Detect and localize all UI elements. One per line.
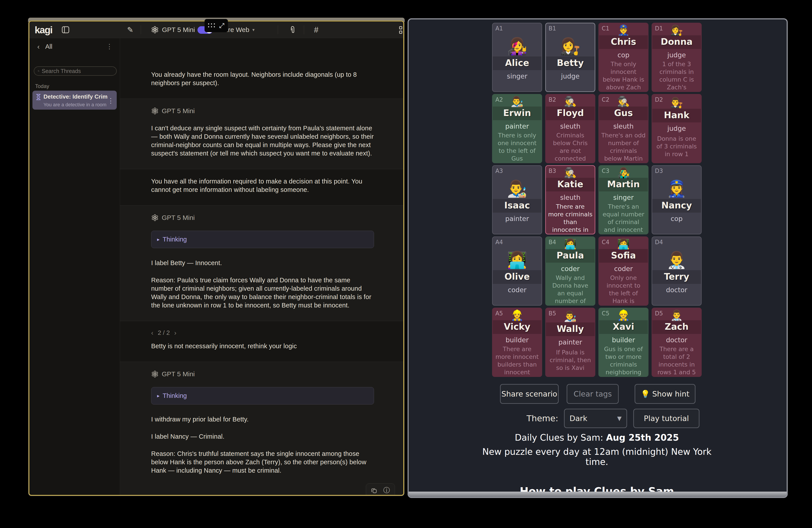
suspect-profession: coder bbox=[561, 265, 580, 273]
openai-logo-icon bbox=[151, 107, 159, 115]
suspect-avatar-emoji: 👩‍🎤 bbox=[507, 38, 527, 54]
thread-list-item[interactable]: Detective: Identify Crimina... You are a… bbox=[32, 91, 117, 109]
suspect-clue: There are more criminals than innocents … bbox=[546, 201, 595, 234]
suspect-card[interactable]: A3 👨‍🎨 Isaac painter bbox=[492, 165, 542, 234]
screen-capture-overlay[interactable]: ⤢ bbox=[205, 19, 228, 32]
assistant-model-name: GPT 5 Mini bbox=[162, 370, 195, 378]
suspect-clue: There is only one innocent to the left o… bbox=[493, 130, 541, 163]
toolbar-divider bbox=[278, 25, 278, 34]
lightbulb-icon: 💡 bbox=[641, 390, 650, 398]
suspect-card[interactable]: D5 👨‍⚕️ Zach doctor There are a total of… bbox=[652, 308, 702, 377]
sidebar-section-label: Today bbox=[35, 83, 49, 89]
play-tutorial-button[interactable]: Play tutorial bbox=[633, 409, 699, 428]
suspect-card[interactable]: A1 👩‍🎤 Alice singer bbox=[492, 23, 542, 92]
suspect-card[interactable]: B3 🕵️‍♀️ Katie sleuth There are more cri… bbox=[545, 165, 595, 234]
sidebar-toggle-icon[interactable] bbox=[62, 26, 69, 34]
clear-tags-button[interactable]: Clear tags bbox=[567, 384, 619, 404]
suspect-card[interactable]: C5 👷‍♂️ Xavi builder Gus is one of two o… bbox=[598, 308, 649, 377]
next-version-icon[interactable]: › bbox=[174, 329, 176, 337]
info-button[interactable]: ⓘ bbox=[383, 486, 390, 495]
card-position-label: D2 bbox=[655, 97, 663, 103]
thread-subtitle: You are a detective in a room of ... bbox=[43, 102, 107, 108]
suspect-clue: Gus is one of two or more criminals neig… bbox=[599, 344, 648, 377]
suspect-profession: singer bbox=[613, 194, 634, 201]
apps-grid-icon[interactable] bbox=[399, 26, 404, 34]
user-message: You already have the room layout. Neighb… bbox=[120, 38, 403, 99]
message-text: You have all the information required to… bbox=[151, 177, 374, 194]
show-hint-button[interactable]: 💡Show hint bbox=[635, 384, 696, 404]
suspect-clue bbox=[493, 294, 541, 305]
card-position-label: D5 bbox=[655, 310, 663, 317]
message-text: I label Betty — Innocent. bbox=[151, 259, 374, 267]
show-hint-label: Show hint bbox=[652, 390, 689, 398]
attachment-icon[interactable] bbox=[289, 26, 296, 35]
suspect-avatar-emoji: 🕵️‍♂️ bbox=[564, 97, 577, 106]
suspect-profession: coder bbox=[614, 265, 633, 273]
suspect-clue: If Paula is criminal, then so is Xavi bbox=[546, 346, 595, 376]
thread-kebab-icon[interactable]: ⋮ bbox=[107, 97, 114, 104]
message-text: Reason: Chris's truthful statement says … bbox=[151, 450, 374, 475]
how-to-play-heading: How to play Clues by Sam bbox=[492, 485, 702, 497]
suspect-avatar-emoji: 👨‍🎤 bbox=[617, 167, 630, 178]
openai-logo-icon bbox=[151, 26, 159, 34]
theme-select[interactable]: Dark ▼ bbox=[564, 409, 627, 428]
suspect-card[interactable]: A5 👷‍♀️ Vicky builder There are more inn… bbox=[492, 308, 542, 377]
suspect-clue: Wally and Donna have an equal number of … bbox=[546, 273, 595, 306]
back-chevron-icon[interactable]: ‹ bbox=[37, 43, 40, 51]
assistant-message-header: GPT 5 Mini bbox=[151, 370, 373, 378]
suspect-avatar-emoji: 👩‍💻 bbox=[564, 239, 577, 249]
new-thread-icon[interactable]: ✎ bbox=[127, 25, 133, 34]
suspect-card[interactable]: C4 👩‍💻 Sofia coder Only one innocent to … bbox=[598, 236, 649, 306]
hourglass-icon bbox=[35, 94, 41, 101]
card-position-label: A3 bbox=[495, 167, 503, 174]
card-position-label: D3 bbox=[655, 167, 663, 174]
search-threads-box bbox=[34, 67, 117, 76]
sidebar-kebab-icon[interactable]: ⋮ bbox=[106, 43, 113, 50]
suspect-card[interactable]: B2 🕵️‍♂️ Floyd sleuth Criminals below Ch… bbox=[545, 94, 595, 163]
hash-icon[interactable]: # bbox=[314, 25, 318, 35]
suspect-name: Betty bbox=[546, 57, 595, 70]
assistant-model-name: GPT 5 Mini bbox=[162, 214, 195, 221]
disclosure-triangle-icon: ▸ bbox=[157, 393, 160, 399]
message-text: You already have the room layout. Neighb… bbox=[151, 70, 374, 87]
suspect-profession: sleuth bbox=[560, 122, 580, 130]
message-actions-row: ⓘ bbox=[151, 483, 395, 495]
thinking-disclosure[interactable]: ▸ Thinking bbox=[151, 387, 374, 405]
theme-label: Theme: bbox=[492, 409, 558, 428]
card-position-label: C5 bbox=[602, 310, 609, 317]
suspect-profession: singer bbox=[507, 72, 527, 80]
share-scenario-button[interactable]: Share scenario bbox=[500, 384, 559, 404]
search-threads-input[interactable] bbox=[42, 68, 113, 74]
kagi-logo: kagi bbox=[35, 25, 52, 35]
prev-version-icon[interactable]: ‹ bbox=[151, 329, 153, 337]
suspect-card[interactable]: A4 👩‍💻 Olive coder bbox=[492, 236, 542, 306]
suspect-card[interactable]: D4 👨‍⚕️ Terry doctor bbox=[652, 236, 702, 306]
suspect-avatar-emoji: 👮‍♀️ bbox=[666, 180, 687, 197]
suspect-card[interactable]: B1 👩‍⚖️ Betty judge bbox=[545, 23, 595, 92]
desktop: kagi ✎ GPT 5 Mini ▾ Entire Web bbox=[0, 0, 812, 528]
suspect-card[interactable]: B5 👨‍🎨 Wally painter If Paula is crimina… bbox=[545, 308, 595, 377]
suspect-card[interactable]: C3 👨‍🎤 Martin singer There's an equal nu… bbox=[598, 165, 649, 234]
suspect-card[interactable]: D2 👨‍⚖️ Hank judge Donna is one of 3 cri… bbox=[652, 94, 702, 163]
suspect-clue: There are more innocent builders than in… bbox=[493, 344, 541, 377]
thinking-disclosure[interactable]: ▸ Thinking bbox=[151, 231, 374, 248]
suspect-card[interactable]: A2 👨‍🎨 Erwin painter There is only one i… bbox=[492, 94, 542, 163]
suspect-card[interactable]: C2 🕵️‍♂️ Gus sleuth There's an odd numbe… bbox=[598, 94, 649, 163]
suspect-profession: judge bbox=[667, 124, 686, 132]
card-position-label: C4 bbox=[602, 239, 609, 246]
suspect-avatar-emoji: 👩‍⚖️ bbox=[670, 25, 683, 35]
copy-button[interactable] bbox=[371, 487, 377, 494]
suspect-card[interactable]: D3 👮‍♀️ Nancy cop bbox=[652, 165, 702, 234]
suspect-card[interactable]: C1 👮‍♂️ Chris cop The only innocent belo… bbox=[598, 23, 649, 92]
suspect-profession: sleuth bbox=[560, 194, 580, 201]
card-position-label: A4 bbox=[495, 239, 503, 246]
model-selector[interactable]: GPT 5 Mini ▾ bbox=[151, 21, 200, 38]
suspect-clue bbox=[652, 222, 701, 234]
suspect-avatar-emoji: 👨‍🎨 bbox=[564, 310, 577, 322]
suspect-card[interactable]: B4 👩‍💻 Paula coder Wally and Donna have … bbox=[545, 236, 595, 306]
suspect-clue bbox=[546, 80, 595, 91]
theme-value: Dark bbox=[569, 414, 588, 423]
suspect-card[interactable]: D1 👩‍⚖️ Donna judge 1 of the 3 criminals… bbox=[652, 23, 702, 92]
suspect-clue bbox=[493, 80, 541, 91]
sidebar-back-label[interactable]: All bbox=[45, 43, 52, 50]
